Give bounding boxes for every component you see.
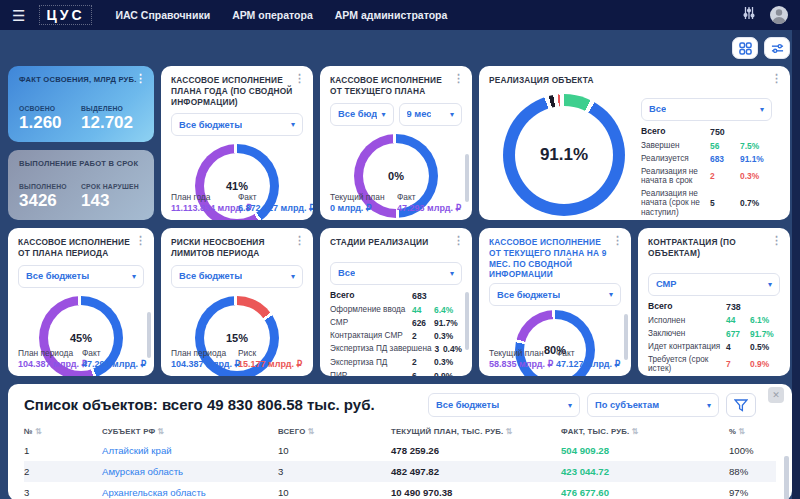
- cell-subject-link[interactable]: Амурская область: [102, 466, 278, 477]
- cell-fact: 476 677.60: [561, 487, 729, 498]
- legend-label: СМР: [330, 318, 412, 327]
- dashboard: ⋮ ФАКТ ОСВОЕНИЯ, МЛРД РУБ. ОСВОЕНО 1.260…: [0, 30, 800, 499]
- kebab-menu-icon[interactable]: ⋮: [135, 235, 146, 246]
- kebab-menu-icon[interactable]: ⋮: [612, 235, 623, 246]
- page-scroll-track[interactable]: [792, 30, 800, 499]
- table-header-row: №⇅ СУБЪЕКТ РФ⇅ ВСЕГО⇅ ТЕКУЩИЙ ПЛАН, ТЫС.…: [24, 422, 776, 440]
- stat-label: ОСВОЕНО: [19, 105, 81, 112]
- card-title: КАССОВОЕ ИСПОЛНЕНИЕ ОТ ТЕКУЩЕГО ПЛАНА: [330, 75, 462, 97]
- dropdown-value: Все: [338, 268, 355, 278]
- budget-filter-dropdown[interactable]: Все бюджеты ▾: [171, 113, 303, 136]
- col-header-percent[interactable]: %⇅: [729, 427, 776, 436]
- legend-value: 738: [726, 302, 750, 312]
- cell-current-plan: 10 490 970.38: [391, 487, 561, 498]
- dropdown-value: Все бюджеты: [497, 290, 560, 300]
- top-navigation-bar: ☰ ЦУС ИАС Справочники АРМ оператора АРМ …: [0, 0, 800, 30]
- budget-filter-dropdown[interactable]: Все бюджеты ▾: [171, 265, 303, 288]
- cell-total: 3: [278, 466, 391, 477]
- col-header-total[interactable]: ВСЕГО⇅: [278, 427, 391, 436]
- cell-total: 10: [278, 487, 391, 498]
- scrollbar-thumb[interactable]: [147, 312, 151, 358]
- legend-row: ПИР 6 0.9%: [330, 369, 462, 376]
- dashboard-grid-button[interactable]: [732, 37, 758, 59]
- legend-value: 44: [412, 305, 434, 315]
- contracting-filter-dropdown[interactable]: СМР ▾: [648, 273, 780, 296]
- donut-percent-label: 0%: [354, 134, 438, 218]
- card-title: СТАДИИ РЕАЛИЗАЦИИ: [330, 237, 462, 248]
- dropdown-value: Все бюджеты: [179, 120, 242, 130]
- filter-button[interactable]: [726, 393, 756, 417]
- col-header-fact[interactable]: ФАКТ, ТЫС. РУБ.⇅: [561, 427, 729, 436]
- close-button[interactable]: ✕: [768, 387, 784, 403]
- scrollbar-thumb[interactable]: [624, 314, 628, 360]
- legend-label: Экспертиза ПД завершена: [330, 344, 435, 353]
- budget-filter-dropdown[interactable]: Все бюджеты ▾: [428, 393, 580, 417]
- legend-label: Реализация не начата в срок: [641, 167, 710, 186]
- stat-label: ВЫПОЛНЕНО: [19, 183, 81, 190]
- stat-card-title: ФАКТ ОСВОЕНИЯ, МЛРД РУБ.: [19, 75, 143, 84]
- legend-percent: 0.3%: [740, 171, 772, 181]
- kebab-menu-icon[interactable]: ⋮: [771, 235, 782, 246]
- legend-value: 2: [710, 171, 740, 181]
- cell-subject-link[interactable]: Алтайский край: [102, 445, 278, 456]
- nav-item-operator[interactable]: АРМ оператора: [232, 9, 313, 21]
- kebab-menu-icon[interactable]: ⋮: [453, 235, 464, 246]
- period-filter-dropdown[interactable]: 9 мес ▾: [399, 103, 463, 126]
- display-settings-button[interactable]: [764, 37, 790, 59]
- budget-filter-dropdown[interactable]: Все бюджеты ▾: [18, 265, 144, 288]
- col-header-number[interactable]: №⇅: [24, 427, 102, 436]
- legend-row: Исполнен 44 6.1%: [648, 314, 780, 327]
- user-avatar[interactable]: [770, 6, 788, 24]
- contracting-legend: Всего 738 Исполнен 44 6.1% Заключен 677 …: [648, 301, 780, 376]
- grouping-dropdown[interactable]: По субъектам ▾: [587, 393, 719, 417]
- scrollbar-thumb[interactable]: [465, 292, 469, 350]
- budget-filter-dropdown[interactable]: Все бюджеты ▾: [330, 103, 394, 126]
- stat-card-work-ontime[interactable]: ВЫПОЛНЕНИЕ РАБОТ В СРОК ВЫПОЛНЕНО 3426 С…: [8, 150, 154, 220]
- table-row[interactable]: 1 Алтайский край 10 478 259.26 504 909.2…: [24, 440, 776, 461]
- card-nine-months: ⋮ КАССОВОЕ ИСПОЛНЕНИЕ ОТ ТЕКУЩЕГО ПЛАНА …: [479, 228, 631, 376]
- kebab-menu-icon[interactable]: ⋮: [294, 73, 305, 84]
- legend-value: 750: [710, 127, 740, 137]
- grid-icon: [739, 42, 752, 55]
- donut-percent-label: 91.1%: [503, 94, 625, 216]
- kebab-menu-icon[interactable]: ⋮: [294, 235, 305, 246]
- kebab-menu-icon[interactable]: ⋮: [135, 73, 146, 84]
- nav-item-ias[interactable]: ИАС Справочники: [116, 9, 211, 21]
- stat-card-fact-osvoenie[interactable]: ⋮ ФАКТ ОСВОЕНИЯ, МЛРД РУБ. ОСВОЕНО 1.260…: [8, 66, 154, 142]
- donut-percent-label: 45%: [39, 296, 123, 376]
- legend-percent: 91.1%: [740, 154, 772, 164]
- legend-value: 683: [710, 154, 740, 164]
- dropdown-value: Все бюджеты: [338, 109, 377, 119]
- nine-months-donut-chart: 80%: [515, 310, 595, 376]
- scrollbar-thumb[interactable]: [465, 154, 469, 202]
- col-header-current-plan[interactable]: ТЕКУЩИЙ ПЛАН, ТЫС. РУБ.⇅: [391, 427, 561, 436]
- plan-year-donut-chart: 41%: [195, 144, 279, 220]
- cell-subject-link[interactable]: Архангельская область: [102, 487, 278, 498]
- budget-filter-dropdown[interactable]: Все бюджеты ▾: [489, 283, 621, 306]
- sort-icon: ⇅: [505, 427, 512, 436]
- hamburger-menu-icon[interactable]: ☰: [12, 8, 25, 23]
- nav-item-admin[interactable]: АРМ администратора: [335, 9, 448, 21]
- cell-percent: 97%: [729, 487, 776, 498]
- chevron-down-icon: ▾: [707, 401, 711, 410]
- card-current-plan: ⋮ КАССОВОЕ ИСПОЛНЕНИЕ ОТ ТЕКУЩЕГО ПЛАНА …: [320, 66, 472, 220]
- equalizer-icon[interactable]: [742, 6, 756, 24]
- legend-label: Заключен: [648, 329, 726, 338]
- table-row[interactable]: 2 Амурская область 3 482 497.82 423 044.…: [24, 461, 776, 482]
- legend-row: Реализуется 683 91.1%: [641, 152, 772, 165]
- table-row[interactable]: 3 Архангельская область 10 10 490 970.38…: [24, 482, 776, 499]
- legend-value: 7: [726, 359, 750, 369]
- legend-row: Завершен 56 7.5%: [641, 139, 772, 152]
- table-scrollbar-thumb[interactable]: [784, 456, 789, 499]
- app-logo[interactable]: ЦУС: [39, 5, 91, 25]
- col-header-subject[interactable]: СУБЪЕКТ РФ⇅: [102, 427, 278, 436]
- kebab-menu-icon[interactable]: ⋮: [453, 73, 464, 84]
- realization-filter-dropdown[interactable]: Все ▾: [641, 98, 772, 121]
- legend-percent: 0.9%: [750, 359, 780, 369]
- kebab-menu-icon[interactable]: ⋮: [771, 73, 782, 84]
- stages-filter-dropdown[interactable]: Все ▾: [330, 262, 462, 285]
- stat-vydeleno: ВЫДЕЛЕНО 12.702: [81, 105, 143, 133]
- stat-label: СРОК НАРУШЕН: [81, 183, 143, 190]
- stages-legend: Всего 683 Оформление ввода 44 6.4% СМР 6…: [330, 290, 462, 376]
- risks-donut-chart: 15%: [195, 296, 279, 376]
